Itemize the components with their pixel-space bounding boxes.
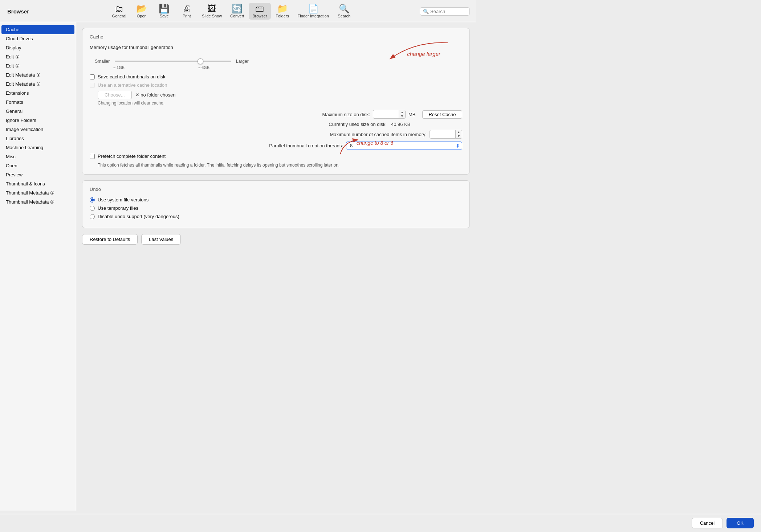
undo-option-system-versions: Use system file versions [90,197,462,202]
undo-option-temp-files: Use temporary files [90,205,462,211]
used-disk-label: Currently used size on disk: [329,122,387,127]
max-memory-label: Maximum number of cached items in memory… [330,132,427,137]
undo-section-title: Undo [90,187,462,192]
annotation-larger: change larger [407,51,440,57]
restore-defaults-button[interactable]: Restore to Defaults [82,234,138,245]
save-toolbar-label: Save [160,14,169,18]
folders-toolbar-icon: 📁 [277,4,288,13]
sidebar-item-preview[interactable]: Preview [0,170,76,179]
sidebar-item-open[interactable]: Open [0,161,76,170]
alt-cache-label: Use an alternative cache location [98,82,167,88]
print-toolbar-label: Print [183,14,191,18]
prefetch-row: Prefetch complete folder content [90,154,462,159]
temp-files-radio[interactable] [90,206,95,211]
search-icon: 🔍 [423,9,429,14]
memory-usage-label: Memory usage for thumbnail generation [90,45,462,50]
prefetch-label: Prefetch complete folder content [98,154,166,159]
sidebar-item-extensions[interactable]: Extensions [0,89,76,98]
changing-location-note: Changing location will clear cache. [98,101,462,106]
prefetch-section: Prefetch complete folder content This op… [90,154,462,168]
last-values-button[interactable]: Last Values [141,234,181,245]
sidebar-item-image-verification[interactable]: Image Verification [0,125,76,134]
toolbar-item-convert[interactable]: 🔄 Convert [226,3,248,20]
max-disk-row: Maximum size on disk: 1.000 ▲ ▼ MB Reset… [90,110,462,119]
sidebar-item-edit-meta1[interactable]: Edit Metadata ① [0,70,76,79]
search-box[interactable]: 🔍 [420,7,470,16]
slideshow-toolbar-label: Slide Show [202,14,222,18]
prefetch-desc: This option fetches all thumbnails while… [98,162,352,168]
open-toolbar-icon: 📂 [136,4,147,13]
no-folder-text: ✕ no folder chosen [135,92,176,98]
sidebar-item-thumbnail-meta2[interactable]: Thumbnail Metadata ② [0,197,76,206]
system-versions-radio[interactable] [90,197,95,202]
sidebar-item-thumbnail-icons[interactable]: Thumbnail & Icons [0,179,76,188]
sidebar-item-cloud-drives[interactable]: Cloud Drives [0,34,76,43]
slideshow-toolbar-icon: 🖼 [208,4,216,13]
disable-undo-label: Disable undo support (very dangerous) [98,214,179,219]
disable-undo-radio[interactable] [90,214,95,219]
app-title: Browser [0,8,44,15]
titlebar: Browser 🗂 General📂 Open💾 Save🖨 Print🖼 Sl… [0,0,476,22]
larger-arrow-svg [379,39,451,61]
system-versions-label: Use system file versions [98,197,148,202]
save-toolbar-icon: 💾 [159,4,170,13]
toolbar-item-print[interactable]: 🖨 Print [176,3,198,20]
toolbar-item-save[interactable]: 💾 Save [153,3,175,20]
max-disk-stepper-buttons: ▲ ▼ [399,110,405,118]
toolbar-item-general[interactable]: 🗂 General [108,3,130,20]
approx-max: ≈ 6GB [198,65,209,70]
max-memory-down[interactable]: ▼ [456,134,462,138]
toolbar-item-browser[interactable]: 🗃 Browser [249,3,270,20]
sidebar-item-machine-learning[interactable]: Machine Learning [0,143,76,152]
max-disk-unit: MB [408,112,419,117]
sidebar-item-edit1[interactable]: Edit ① [0,52,76,61]
sidebar-item-edit2[interactable]: Edit ② [0,61,76,70]
browser-toolbar-label: Browser [252,14,267,18]
max-disk-up[interactable]: ▲ [399,110,405,114]
sidebar-item-edit-meta2[interactable]: Edit Metadata ② [0,79,76,89]
max-memory-up[interactable]: ▲ [456,130,462,134]
max-memory-input[interactable]: 5.000 [430,131,455,138]
max-memory-stepper-buttons: ▲ ▼ [455,130,462,138]
parallel-label: Parallel thumbnail creation threads: [269,143,343,148]
browser-toolbar-icon: 🗃 [255,4,264,13]
toolbar-item-search[interactable]: 🔍 Search [333,3,355,20]
undo-option-disable-undo: Disable undo support (very dangerous) [90,214,462,219]
memory-slider[interactable] [115,61,231,62]
finder-toolbar-icon: 📄 [308,4,319,13]
sidebar-item-formats[interactable]: Formats [0,98,76,107]
max-disk-stepper[interactable]: 1.000 ▲ ▼ [373,110,406,119]
sidebar-item-libraries[interactable]: Libraries [0,134,76,143]
folders-toolbar-label: Folders [276,14,289,18]
sidebar-item-ignore-folders[interactable]: Ignore Folders [0,116,76,125]
search-toolbar-label: Search [338,14,350,18]
general-toolbar-label: General [112,14,126,18]
toolbar-item-open[interactable]: 📂 Open [131,3,152,20]
approx-min: ≈ 1GB [113,65,125,70]
sidebar-item-thumbnail-meta1[interactable]: Thumbnail Metadata ① [0,188,76,197]
search-input[interactable] [430,9,467,14]
sidebar-item-display[interactable]: Display [0,43,76,52]
toolbar-item-folders[interactable]: 📁 Folders [272,3,293,20]
annotation-threads-text: change to 8 or 6 [357,140,393,146]
toolbar-item-slideshow[interactable]: 🖼 Slide Show [198,3,225,20]
used-disk-row: Currently used size on disk: 40.96 KB [90,122,462,127]
used-disk-value: 40.96 KB [390,122,462,127]
sidebar-item-cache[interactable]: Cache [1,25,74,34]
sidebar-item-misc[interactable]: Misc [0,152,76,161]
sidebar-item-general[interactable]: General [0,107,76,116]
save-cached-checkbox[interactable] [90,74,95,79]
parallel-threads-row: Parallel thumbnail creation threads: 8 6… [90,142,462,150]
sidebar: CacheCloud DrivesDisplayEdit ①Edit ②Edit… [0,22,76,511]
max-disk-label: Maximum size on disk: [322,112,370,117]
max-disk-input[interactable]: 1.000 [373,111,399,118]
reset-cache-button[interactable]: Reset Cache [422,110,462,119]
prefetch-checkbox[interactable] [90,154,95,159]
toolbar-item-finder[interactable]: 📄 Finder Integration [294,3,333,20]
choose-row: Choose... ✕ no folder chosen [98,91,462,99]
max-memory-stepper[interactable]: 5.000 ▲ ▼ [430,130,462,139]
max-disk-down[interactable]: ▼ [399,114,405,118]
print-toolbar-icon: 🖨 [182,4,191,13]
choose-button[interactable]: Choose... [98,91,132,99]
finder-toolbar-label: Finder Integration [298,14,329,18]
